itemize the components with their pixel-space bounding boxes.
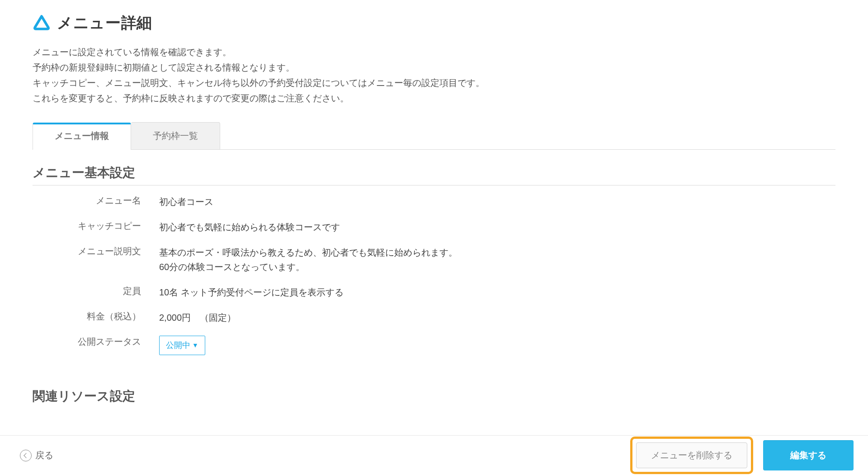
highlight-annotation: メニューを削除する [630, 437, 753, 474]
section-resource-title: 関連リソース設定 [33, 388, 835, 405]
brand-triangle-icon [33, 14, 51, 32]
field-value: 基本のポーズ・呼吸法から教えるため、初心者でも気軽に始められます。 60分の体験… [159, 245, 835, 274]
chevron-left-icon [24, 453, 28, 458]
field-value: 初心者でも気軽に始められる体験コースです [159, 220, 835, 234]
field-value: 初心者コース [159, 195, 835, 209]
description-line: メニューに設定されている情報を確認できます。 [33, 44, 835, 60]
back-label: 戻る [35, 449, 53, 461]
field-price: 料金（税込） 2,000円 （固定） [33, 310, 835, 325]
field-catch-copy: キャッチコピー 初心者でも気軽に始められる体験コースです [33, 220, 835, 234]
chevron-down-icon: ▼ [192, 340, 198, 350]
field-menu-description: メニュー説明文 基本のポーズ・呼吸法から教えるため、初心者でも気軽に始められます… [33, 245, 835, 274]
back-link[interactable]: 戻る [20, 449, 53, 461]
tab-bar: メニュー情報 予約枠一覧 [33, 122, 835, 150]
field-label: メニュー説明文 [33, 245, 159, 274]
page-description: メニューに設定されている情報を確認できます。 予約枠の新規登録時に初期値として設… [33, 44, 835, 106]
field-value-line: 基本のポーズ・呼吸法から教えるため、初心者でも気軽に始められます。 [159, 245, 835, 260]
status-select[interactable]: 公開中 ▼ [159, 336, 205, 355]
field-value-line: 60分の体験コースとなっています。 [159, 260, 835, 274]
description-line: キャッチコピー、メニュー説明文、キャンセル待ち以外の予約受付設定についてはメニュ… [33, 75, 835, 90]
tab-menu-info[interactable]: メニュー情報 [33, 123, 131, 150]
field-menu-name: メニュー名 初心者コース [33, 195, 835, 209]
delete-menu-button[interactable]: メニューを削除する [636, 442, 747, 468]
field-value: 10名 ネット予約受付ページに定員を表示する [159, 285, 835, 299]
divider [33, 185, 835, 185]
page-title: メニュー詳細 [57, 13, 152, 33]
field-label: メニュー名 [33, 195, 159, 209]
section-basic-title: メニュー基本設定 [33, 164, 835, 181]
field-label: 定員 [33, 285, 159, 299]
field-capacity: 定員 10名 ネット予約受付ページに定員を表示する [33, 285, 835, 299]
back-circle-icon [20, 450, 32, 461]
description-line: これらを変更すると、予約枠に反映されますので変更の際はご注意ください。 [33, 90, 835, 106]
field-status: 公開ステータス 公開中 ▼ [33, 336, 835, 355]
field-label: キャッチコピー [33, 220, 159, 234]
field-label: 公開ステータス [33, 336, 159, 355]
description-line: 予約枠の新規登録時に初期値として設定される情報となります。 [33, 60, 835, 75]
status-select-label: 公開中 [166, 339, 190, 352]
tab-slot-list[interactable]: 予約枠一覧 [131, 122, 220, 149]
edit-button[interactable]: 編集する [763, 440, 854, 470]
footer-bar: 戻る メニューを削除する 編集する [0, 435, 868, 475]
field-label: 料金（税込） [33, 310, 159, 325]
field-value: 2,000円 （固定） [159, 310, 835, 325]
